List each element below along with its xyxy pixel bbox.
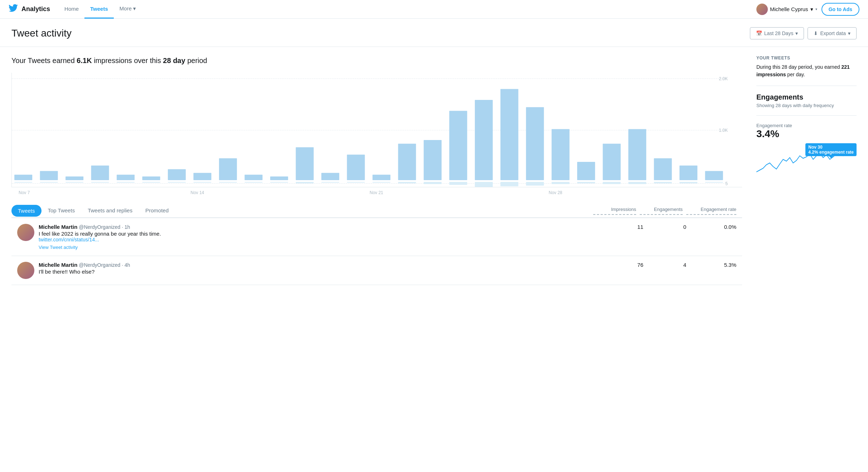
svg-rect-39 bbox=[501, 182, 518, 186]
svg-rect-8 bbox=[117, 175, 135, 180]
svg-rect-37 bbox=[475, 182, 493, 187]
svg-rect-11 bbox=[142, 182, 160, 183]
tweet-impressions-1: 11 bbox=[600, 224, 643, 230]
svg-rect-55 bbox=[705, 182, 723, 183]
svg-rect-40 bbox=[526, 107, 544, 180]
tweet-body-2: Michelle Martin @NerdyOrganized · 4h I'l… bbox=[39, 262, 600, 275]
main-left: Your Tweets earned 6.1K impressions over… bbox=[11, 56, 742, 285]
go-to-ads-button[interactable]: Go to Ads bbox=[821, 3, 859, 16]
tweet-author-1: Michelle Martin bbox=[39, 224, 77, 230]
tweet-stats-2: 76 4 5.3% bbox=[600, 262, 736, 268]
date-range-button[interactable]: 📅 Last 28 Days ▾ bbox=[750, 27, 804, 39]
page-content: Tweet activity 📅 Last 28 Days ▾ ⬇ Export… bbox=[0, 19, 868, 285]
brand-name: Analytics bbox=[21, 5, 50, 13]
x-label-nov14: Nov 14 bbox=[191, 190, 370, 195]
tweet-row-1: Michelle Martin @NerdyOrganized · 1h I f… bbox=[11, 218, 742, 256]
title-bar: Tweet activity 📅 Last 28 Days ▾ ⬇ Export… bbox=[11, 27, 857, 39]
x-label-nov21: Nov 21 bbox=[370, 190, 549, 195]
right-divider-1 bbox=[756, 86, 857, 86]
svg-rect-4 bbox=[65, 177, 83, 180]
chart-x-labels: Nov 7 Nov 14 Nov 21 Nov 28 bbox=[11, 190, 742, 195]
svg-rect-15 bbox=[194, 182, 211, 183]
svg-rect-42 bbox=[552, 129, 570, 180]
tweet-body-1: Michelle Martin @NerdyOrganized · 1h I f… bbox=[39, 224, 600, 250]
svg-rect-10 bbox=[142, 177, 160, 180]
svg-rect-46 bbox=[603, 144, 621, 180]
export-label: Export data bbox=[820, 30, 846, 36]
svg-rect-16 bbox=[219, 158, 237, 180]
main-right: YOUR TWEETS During this 28 day period, y… bbox=[742, 56, 857, 285]
svg-rect-24 bbox=[321, 173, 339, 180]
your-tweets-suffix: per day. bbox=[786, 72, 805, 77]
view-activity-1[interactable]: View Tweet activity bbox=[39, 245, 600, 250]
tab-promoted[interactable]: Promoted bbox=[139, 204, 175, 218]
x-label-nov7: Nov 7 bbox=[11, 190, 191, 195]
user-menu[interactable]: Michelle Cyprus ▾ ▾ bbox=[756, 4, 817, 15]
tweet-link-1[interactable]: twitter.com/cnni/status/14... bbox=[39, 237, 99, 242]
tweet-impressions-2: 76 bbox=[600, 262, 643, 268]
headline-amount: 6.1K bbox=[77, 57, 92, 64]
chevron-down-icon-export: ▾ bbox=[848, 30, 850, 36]
impressions-headline: Your Tweets earned 6.1K impressions over… bbox=[11, 56, 742, 66]
calendar-icon: 📅 bbox=[756, 30, 762, 36]
svg-rect-31 bbox=[398, 182, 416, 183]
svg-rect-26 bbox=[347, 155, 365, 180]
your-tweets-prefix: During this 28 day period, you earned bbox=[756, 64, 841, 70]
tooltip-value: 4.2% engagement rate bbox=[808, 150, 854, 155]
svg-rect-13 bbox=[168, 182, 186, 183]
tweet-rate-2: 5.3% bbox=[686, 262, 736, 268]
tooltip-date: Nov 30 bbox=[808, 145, 854, 150]
th-impressions: Impressions bbox=[593, 207, 636, 215]
svg-rect-7 bbox=[91, 182, 109, 183]
svg-rect-1 bbox=[14, 182, 32, 183]
svg-rect-47 bbox=[603, 182, 621, 184]
twitter-bird-icon bbox=[9, 4, 18, 15]
svg-rect-0 bbox=[14, 175, 32, 180]
tweet-author-2: Michelle Martin bbox=[39, 262, 77, 268]
tab-tweets-replies[interactable]: Tweets and replies bbox=[81, 204, 139, 218]
svg-rect-38 bbox=[501, 89, 518, 180]
svg-rect-22 bbox=[296, 147, 314, 180]
nav-more[interactable]: More ▾ bbox=[114, 0, 142, 19]
th-rate: Engagement rate bbox=[686, 207, 736, 215]
avatar bbox=[756, 4, 768, 15]
top-navigation: Analytics Home Tweets More ▾ Michelle Cy… bbox=[0, 0, 868, 19]
svg-rect-53 bbox=[679, 182, 697, 183]
tweet-row-2: Michelle Martin @NerdyOrganized · 4h I'l… bbox=[11, 256, 742, 285]
tweet-text-1: I feel like 2022 is really gonna be our … bbox=[39, 231, 600, 237]
caret-icon: ▾ bbox=[815, 7, 817, 11]
tweet-time-val-2: 4h bbox=[125, 262, 130, 268]
tab-tweets[interactable]: Tweets bbox=[11, 205, 42, 217]
svg-rect-6 bbox=[91, 165, 109, 180]
headline-suffix: period bbox=[185, 57, 207, 64]
your-tweets-title: YOUR TWEETS bbox=[756, 56, 857, 61]
tweet-engagements-2: 4 bbox=[643, 262, 686, 268]
download-icon: ⬇ bbox=[814, 30, 818, 36]
title-divider bbox=[0, 47, 868, 47]
svg-rect-36 bbox=[475, 100, 493, 180]
nav-tweets[interactable]: Tweets bbox=[84, 0, 114, 19]
svg-rect-35 bbox=[449, 182, 467, 185]
nav-home[interactable]: Home bbox=[59, 0, 84, 19]
impressions-chart: 2.0K 1.0K 5 bbox=[11, 73, 742, 187]
nav-right: Michelle Cyprus ▾ ▾ Go to Ads bbox=[756, 3, 859, 16]
svg-rect-20 bbox=[270, 177, 288, 180]
export-data-button[interactable]: ⬇ Export data ▾ bbox=[808, 27, 857, 39]
nav-links: Home Tweets More ▾ bbox=[59, 0, 142, 19]
svg-rect-23 bbox=[296, 182, 314, 183]
engagement-rate-value: 3.4% bbox=[756, 128, 857, 140]
engagements-title: Engagements bbox=[756, 93, 857, 101]
svg-rect-21 bbox=[270, 182, 288, 183]
svg-rect-3 bbox=[40, 182, 58, 183]
svg-rect-19 bbox=[245, 182, 263, 183]
th-engagements: Engagements bbox=[640, 207, 683, 215]
chevron-down-icon: ▾ bbox=[795, 30, 798, 36]
tab-top-tweets[interactable]: Top Tweets bbox=[42, 204, 82, 218]
svg-rect-32 bbox=[424, 140, 442, 180]
headline-prefix: Your Tweets earned bbox=[11, 57, 77, 64]
svg-rect-9 bbox=[117, 182, 135, 183]
tweet-avatar-2 bbox=[17, 262, 34, 279]
main-layout: Your Tweets earned 6.1K impressions over… bbox=[11, 56, 857, 285]
tweet-stats-1: 11 0 0.0% bbox=[600, 224, 736, 230]
svg-rect-51 bbox=[654, 182, 672, 183]
